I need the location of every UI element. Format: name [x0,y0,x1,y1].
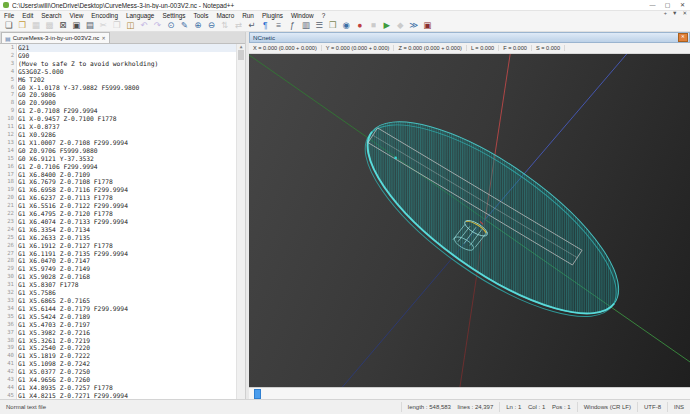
viewport-3d[interactable] [249,54,690,387]
menu-item-window[interactable]: Window [287,12,318,19]
save-all-icon[interactable]: ▩ [43,20,57,31]
readout-s: S = 0.000 [532,45,565,51]
toolbar: ❏ ❒ ▦ ▩ ⊠ ▣ ▤ ✂ ❐ ◫ ↶ ↷ ⊙ ✎ ⊕ ⊖ [0,20,690,32]
menu-item-view[interactable]: View [66,12,88,19]
text-editor[interactable]: 1 2 3 4 5 6 7 8 9 10 11 12 13 14 15 16 1… [0,44,245,399]
slider-handle[interactable] [254,389,261,399]
toolpath-disc [337,89,647,349]
stop-macro-icon[interactable]: ■ [367,20,381,31]
menubar-close-button[interactable]: ✕ [682,10,687,16]
readout-x: X = 0.000 (0.000 + 0.000) [249,45,322,51]
ncnetic-caption: NCnetic ✕ [249,32,690,43]
folder-as-workspace-icon[interactable]: ❒ [326,20,340,31]
save-macro-icon[interactable]: ◆ [394,20,408,31]
title-bar: C:\Users\willi\OneDrive\Desktop\CurveMes… [0,0,690,11]
menu-item-language[interactable]: Language [122,12,158,19]
menu-item-plugins[interactable]: Plugins [258,12,287,19]
panel-close-button[interactable]: ✕ [678,33,688,42]
zoom-in-icon[interactable]: ⊕ [191,20,205,31]
readout-z: Z = 0.000 (0.000 + 0.000) [394,45,466,51]
copy-icon[interactable]: ❐ [110,20,124,31]
menu-item-search[interactable]: Search [37,12,65,19]
editor-pane: ▤ CurveMess-3-in-by-un-003V2.nc ✕ 1 2 3 … [0,32,246,399]
cursor-position-status: Ln : 1 Col : 1 Pos : 1 [499,402,576,412]
replace-icon[interactable]: ✎ [178,20,192,31]
tab-curvemess-file[interactable]: ▤ CurveMess-3-in-by-un-003V2.nc ✕ [1,32,110,43]
menubar-dropdown-button[interactable]: ▼ [672,10,677,16]
tab-label: CurveMess-3-in-by-un-003V2.nc [13,35,100,41]
ncnetic-title: NCnetic [250,34,678,41]
play-macro-icon[interactable]: ▶ [380,20,394,31]
zoom-out-icon[interactable]: ⊖ [205,20,219,31]
indent-guide-icon[interactable]: ≡ [272,20,286,31]
redo-icon[interactable]: ↷ [151,20,165,31]
maximize-button[interactable]: ▢ [660,1,675,10]
editor-scrollbar[interactable]: ▲ [236,44,245,399]
find-icon[interactable]: ⊙ [164,20,178,31]
readout-f: F = 0.000 [499,45,532,51]
record-macro-icon[interactable]: ● [353,20,367,31]
insert-mode-status[interactable]: INS [667,402,690,412]
readout-y: Y = 0.000 (0.000 + 0.000) [322,45,395,51]
sync-vertical-icon[interactable]: ⇅ [218,20,232,31]
save-icon[interactable]: ▦ [29,20,43,31]
close-file-icon[interactable]: ⊠ [56,20,70,31]
ncnetic-plugin-icon[interactable]: ▣ [421,20,435,31]
run-macro-multiple-icon[interactable]: ≫ [407,20,421,31]
line-number-gutter[interactable]: 1 2 3 4 5 6 7 8 9 10 11 12 13 14 15 16 1… [0,44,17,399]
readout-l: L = 0.000 [467,45,499,51]
document-icon: ▤ [5,35,11,42]
function-list-icon[interactable]: ƒ [286,20,300,31]
cut-icon[interactable]: ✂ [97,20,111,31]
menu-item-macro[interactable]: Macro [212,12,238,19]
doc-type-status: Normal text file [0,402,401,412]
menu-bar: File Edit Search View Encoding Language … [0,11,690,20]
eol-format-status[interactable]: Windows (CR LF) [577,402,637,412]
open-folder-icon[interactable]: ❒ [16,20,30,31]
tab-bar: ▤ CurveMess-3-in-by-un-003V2.nc ✕ [0,32,245,44]
menu-item-settings[interactable]: Settings [158,12,189,19]
path-point-marker [394,157,397,160]
ncnetic-panel: NCnetic ✕ X = 0.000 (0.000 + 0.000) Y = … [249,32,690,399]
word-wrap-icon[interactable]: ↵ [245,20,259,31]
paste-icon[interactable]: ◫ [124,20,138,31]
coordinate-readouts: X = 0.000 (0.000 + 0.000) Y = 0.000 (0.0… [249,43,690,54]
menu-item-tools[interactable]: Tools [190,12,213,19]
status-bar: Normal text file length : 548,583 lines … [0,399,690,414]
new-file-icon[interactable]: ❏ [2,20,16,31]
tab-close-icon[interactable]: ✕ [101,35,105,41]
menu-item-run[interactable]: Run [238,12,258,19]
document-map-icon[interactable]: ▥ [299,20,313,31]
monitoring-icon[interactable]: ◉ [340,20,354,31]
print-icon[interactable]: ▤ [83,20,97,31]
encoding-status[interactable]: UTF-8 [637,402,667,412]
gcode-text[interactable]: G21 G90 (Move to safe Z to avoid workhol… [18,44,237,399]
close-all-icon[interactable]: ▣ [70,20,84,31]
menubar-plus-button[interactable]: + [664,10,667,16]
close-button[interactable]: ✕ [675,1,690,10]
notepadpp-logo-icon [3,2,9,8]
menu-item-encoding[interactable]: Encoding [87,12,122,19]
menu-item-edit[interactable]: Edit [18,12,37,19]
minimize-button[interactable]: — [645,1,660,10]
window-title: C:\Users\willi\OneDrive\Desktop\CurveMes… [12,2,645,9]
menu-item-help[interactable]: ? [318,12,330,19]
menu-item-file[interactable]: File [0,12,18,19]
undo-icon[interactable]: ↶ [137,20,151,31]
length-lines-status: length : 548,583 lines : 24,397 [401,402,499,412]
playback-slider[interactable] [249,387,690,399]
sync-horizontal-icon[interactable]: ⇄ [232,20,246,31]
notepadpp-window: C:\Users\willi\OneDrive\Desktop\CurveMes… [0,0,690,414]
show-all-characters-icon[interactable]: ¶ [259,20,273,31]
document-list-icon[interactable]: ☰ [313,20,327,31]
scrollbar-thumb[interactable] [238,50,244,60]
